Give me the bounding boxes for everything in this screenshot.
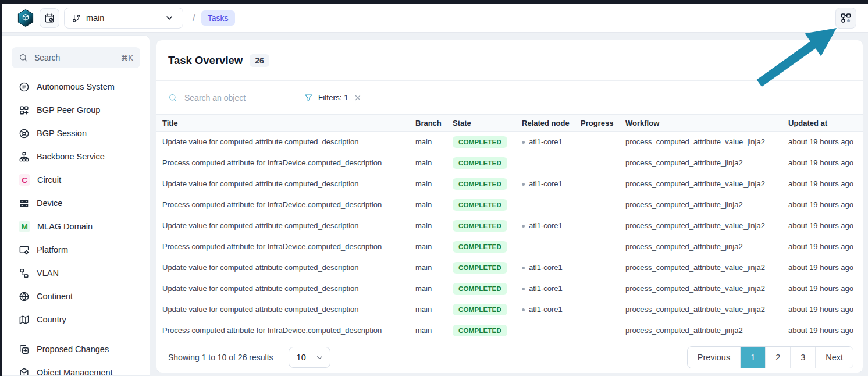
task-overview-card: Task Overview 26 Filters: 1 bbox=[156, 40, 863, 373]
task-related-node: atl1-core1 bbox=[522, 278, 581, 299]
task-branch: main bbox=[415, 236, 453, 257]
table-row[interactable]: Update value for computed attribute comp… bbox=[156, 215, 863, 236]
column-header-workflow: Workflow bbox=[625, 115, 788, 132]
sidebar-item-autonomous-system[interactable]: Autonomous System bbox=[2, 75, 150, 98]
task-title: Process computed attribute for InfraDevi… bbox=[156, 236, 415, 257]
sidebar-item-continent[interactable]: Continent bbox=[2, 285, 150, 308]
clear-filters-icon[interactable] bbox=[354, 94, 362, 102]
status-badge: COMPLETED bbox=[453, 304, 507, 315]
sidebar-search-input[interactable] bbox=[33, 52, 115, 63]
branch-selector[interactable]: main bbox=[64, 8, 183, 29]
column-header-title: Title bbox=[156, 115, 415, 132]
sidebar-item-label: Circuit bbox=[37, 175, 61, 185]
circuit-letter-badge: C bbox=[19, 174, 30, 186]
sidebar-item-label: Object Management bbox=[37, 368, 113, 376]
sidebar-item-proposed-changes[interactable]: Proposed Changes bbox=[2, 338, 150, 361]
mlag-domain-letter-badge: M bbox=[19, 221, 30, 232]
filters-button[interactable]: Filters: 1 bbox=[304, 93, 362, 102]
task-updated-at: about 19 hours ago bbox=[788, 299, 863, 320]
node-dot-icon bbox=[522, 225, 525, 228]
sidebar-item-country[interactable]: Country bbox=[2, 308, 150, 331]
task-title: Process computed attribute for InfraDevi… bbox=[156, 320, 415, 341]
task-title: Process computed attribute for InfraDevi… bbox=[156, 152, 415, 173]
sidebar-search[interactable]: ⌘K bbox=[12, 47, 140, 68]
task-related-node: atl1-core1 bbox=[522, 299, 581, 320]
task-updated-at: about 19 hours ago bbox=[788, 194, 863, 215]
task-progress bbox=[581, 132, 625, 152]
table-row[interactable]: Update value for computed attribute comp… bbox=[156, 299, 863, 320]
object-search-input[interactable] bbox=[183, 93, 291, 103]
table-row[interactable]: Process computed attribute for InfraDevi… bbox=[156, 194, 863, 215]
task-title: Update value for computed attribute comp… bbox=[156, 257, 415, 278]
table-row[interactable]: Process computed attribute for InfraDevi… bbox=[156, 236, 863, 257]
task-branch: main bbox=[415, 257, 453, 278]
pagination-1[interactable]: 1 bbox=[740, 347, 765, 368]
sidebar-item-mlag-domain[interactable]: MMLAG Domain bbox=[2, 215, 150, 238]
task-title: Update value for computed attribute comp… bbox=[156, 215, 415, 236]
pagination-next[interactable]: Next bbox=[815, 347, 853, 368]
circle-list-icon bbox=[19, 81, 30, 93]
status-badge: COMPLETED bbox=[453, 220, 507, 232]
app-root: main / Tasks ⌘K Autonomous SystemBGP Pee… bbox=[0, 0, 868, 376]
column-header-state: State bbox=[453, 115, 522, 132]
sidebar-item-bgp-peer-group[interactable]: BGP Peer Group bbox=[2, 98, 150, 122]
status-badge: COMPLETED bbox=[453, 157, 507, 169]
status-badge: COMPLETED bbox=[453, 325, 507, 336]
infrahub-logo[interactable] bbox=[16, 9, 35, 27]
task-branch: main bbox=[415, 132, 453, 152]
pagination-2[interactable]: 2 bbox=[765, 347, 790, 368]
time-travel-button[interactable] bbox=[40, 8, 59, 28]
page-size-select[interactable]: 10 bbox=[289, 347, 330, 368]
page-size-value: 10 bbox=[297, 353, 306, 362]
task-workflow: process_computed_attribute_jinja2 bbox=[625, 152, 788, 173]
task-state: COMPLETED bbox=[453, 173, 522, 194]
breadcrumb-separator: / bbox=[193, 12, 195, 24]
branch-name: main bbox=[86, 13, 104, 23]
breadcrumb-tasks[interactable]: Tasks bbox=[201, 10, 235, 26]
task-count-badge: 26 bbox=[250, 54, 269, 67]
task-progress bbox=[581, 257, 625, 278]
task-workflow: process_computed_attribute_value_jinja2 bbox=[625, 278, 788, 299]
sidebar-item-backbone-service[interactable]: Backbone Service bbox=[2, 145, 150, 168]
table-row[interactable]: Update value for computed attribute comp… bbox=[156, 132, 863, 152]
status-badge: COMPLETED bbox=[453, 262, 507, 274]
copy-arrow-icon bbox=[19, 344, 30, 355]
branch-selector-toggle[interactable] bbox=[155, 8, 183, 28]
table-row[interactable]: Process computed attribute for InfraDevi… bbox=[156, 152, 863, 173]
object-search[interactable] bbox=[168, 93, 291, 103]
table-row[interactable]: Update value for computed attribute comp… bbox=[156, 173, 863, 194]
task-state: COMPLETED bbox=[453, 299, 522, 320]
task-related-node: atl1-core1 bbox=[522, 173, 581, 194]
sidebar-item-circuit[interactable]: CCircuit bbox=[2, 168, 150, 191]
schema-icon bbox=[840, 12, 852, 24]
task-updated-at: about 19 hours ago bbox=[788, 257, 863, 278]
sidebar-item-object-management[interactable]: Object Management bbox=[2, 361, 150, 376]
node-dot-icon bbox=[522, 141, 525, 144]
task-title: Process computed attribute for InfraDevi… bbox=[156, 194, 415, 215]
sidebar-item-device[interactable]: Device bbox=[2, 191, 150, 215]
task-progress bbox=[581, 236, 625, 257]
sidebar-item-label: Autonomous System bbox=[37, 82, 115, 91]
pagination-3[interactable]: 3 bbox=[790, 347, 815, 368]
task-workflow: process_computed_attribute_value_jinja2 bbox=[625, 132, 788, 152]
table-row[interactable]: Update value for computed attribute comp… bbox=[156, 278, 863, 299]
branch-selector-value: main bbox=[65, 13, 155, 23]
wheel-icon bbox=[19, 128, 30, 139]
chevron-down-icon bbox=[165, 13, 174, 23]
sidebar-item-label: Country bbox=[37, 315, 66, 324]
table-row[interactable]: Process computed attribute for InfraDevi… bbox=[156, 320, 863, 341]
pagination-previous[interactable]: Previous bbox=[688, 347, 740, 368]
search-icon bbox=[19, 53, 28, 62]
sidebar-item-bgp-session[interactable]: BGP Session bbox=[2, 122, 150, 145]
filters-bar: Filters: 1 bbox=[156, 81, 863, 114]
squares-plus-icon bbox=[19, 105, 30, 116]
task-related-node bbox=[522, 320, 581, 341]
task-progress bbox=[581, 215, 625, 236]
task-title: Update value for computed attribute comp… bbox=[156, 299, 415, 320]
task-table-body: Update value for computed attribute comp… bbox=[156, 132, 863, 341]
sidebar-item-platform[interactable]: Platform bbox=[2, 238, 150, 261]
table-row[interactable]: Update value for computed attribute comp… bbox=[156, 257, 863, 278]
schema-button[interactable] bbox=[835, 8, 856, 29]
sidebar-item-vlan[interactable]: VLAN bbox=[2, 261, 150, 285]
git-branch-icon bbox=[72, 14, 81, 23]
